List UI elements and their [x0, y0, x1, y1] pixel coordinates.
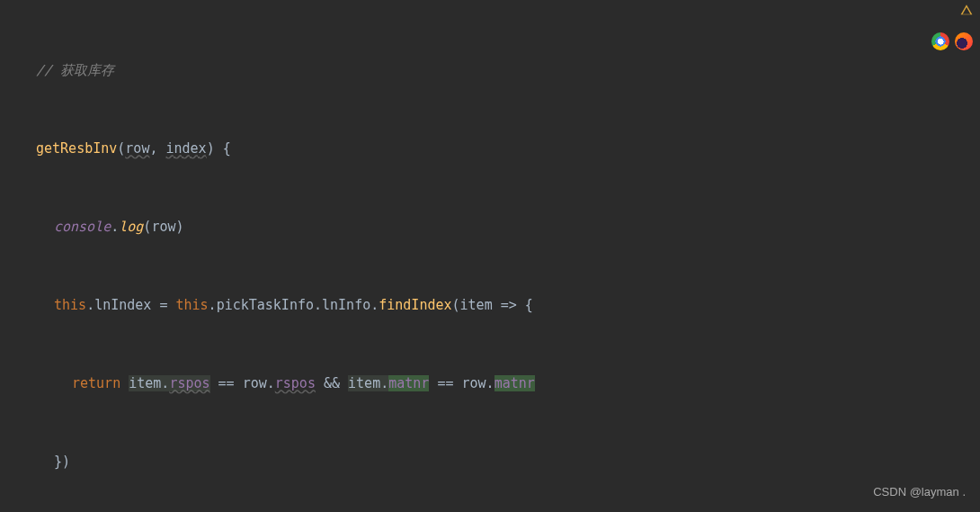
code-editor[interactable]: // 获取库存 getResbInv(row, index) { console…	[0, 0, 980, 512]
code-line: // 获取库存	[18, 58, 980, 84]
code-line: console.log(row)	[18, 214, 980, 240]
code-line: return item.rspos == row.rspos && item.m…	[18, 371, 980, 397]
code-line: this.lnIndex = this.pickTaskInfo.lnInfo.…	[18, 292, 980, 319]
code-line: getResbInv(row, index) {	[18, 136, 980, 162]
watermark-text: CSDN @layman .	[873, 479, 966, 505]
code-line: })	[18, 449, 980, 475]
comment-text: // 获取库存	[36, 62, 114, 78]
